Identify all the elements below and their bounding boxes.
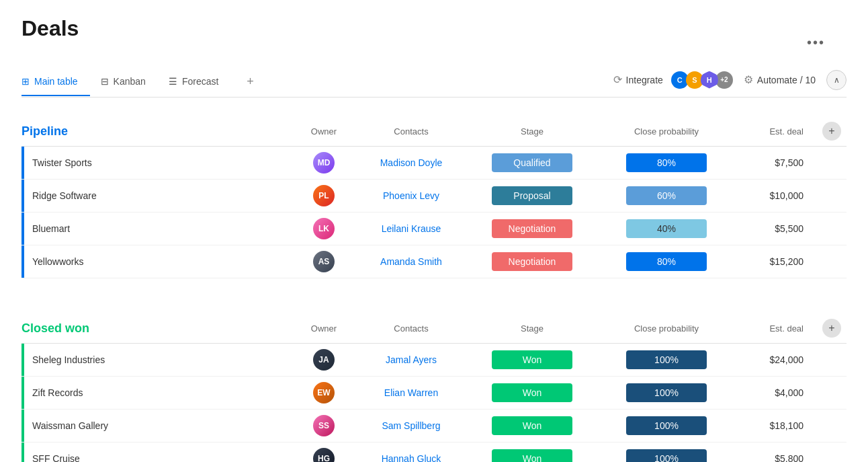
more-options-icon[interactable]: ••• bbox=[807, 35, 825, 50]
closed-won-col-contacts: Contacts bbox=[357, 323, 465, 334]
prob-badge-1: 80% bbox=[626, 153, 707, 172]
contact-3[interactable]: Leilani Krause bbox=[382, 223, 441, 234]
closed-won-row-3: Waissman Gallery SS Sam Spillberg Won 10… bbox=[21, 410, 847, 442]
cw-prob-badge-2: 100% bbox=[626, 383, 707, 402]
cw-avatar-1: JA bbox=[313, 349, 335, 371]
est-deal-4: $15,200 bbox=[734, 256, 814, 267]
cw-deal-name-1: Sheleg Industries bbox=[32, 354, 105, 365]
avatar-4: AS bbox=[313, 251, 335, 272]
integrate-label: Integrate bbox=[626, 75, 663, 85]
automate-label: Automate / 10 bbox=[757, 75, 816, 85]
cw-est-deal-4: $5,800 bbox=[734, 453, 814, 462]
est-deal-3: $5,500 bbox=[734, 223, 814, 234]
tab-kanban[interactable]: ⊟ Kanban bbox=[101, 69, 158, 96]
pipeline-row-2: Ridge Software PL Phoenix Levy Proposal … bbox=[21, 180, 847, 213]
cw-avatar-3: SS bbox=[313, 415, 335, 436]
cw-stage-badge-2: Won bbox=[492, 383, 572, 402]
pipeline-row-3: Bluemart LK Leilani Krause Negotiation 4… bbox=[21, 213, 847, 245]
kanban-icon: ⊟ bbox=[101, 76, 109, 87]
est-deal-1: $7,500 bbox=[734, 157, 814, 168]
pipeline-col-owner: Owner bbox=[290, 126, 357, 137]
tab-main-table[interactable]: ⊞ Main table bbox=[21, 69, 90, 96]
closed-won-row-4: SFF Cruise HG Hannah Gluck Won 100% $5,8… bbox=[21, 442, 847, 462]
closed-won-section: Closed won Owner Contacts Stage Close pr… bbox=[21, 313, 847, 462]
pipeline-col-stage: Stage bbox=[465, 126, 599, 137]
avatar-3: LK bbox=[313, 218, 335, 239]
cw-prob-badge-3: 100% bbox=[626, 416, 707, 435]
cw-prob-badge-4: 100% bbox=[626, 449, 707, 462]
contact-1[interactable]: Madison Doyle bbox=[380, 157, 443, 168]
cw-avatar-4: HG bbox=[313, 448, 335, 462]
cw-contact-3[interactable]: Sam Spillberg bbox=[382, 420, 440, 431]
page-title: Deals bbox=[21, 16, 79, 41]
closed-won-col-est: Est. deal bbox=[734, 323, 814, 334]
cw-stage-badge-4: Won bbox=[492, 449, 572, 462]
closed-won-row-2: Zift Records EW Elian Warren Won 100% $4… bbox=[21, 377, 847, 410]
pipeline-section: Pipeline Owner Contacts Stage Close prob… bbox=[21, 116, 847, 278]
integrate-button[interactable]: ⟳ Integrate C S H +2 bbox=[613, 71, 733, 89]
cw-row-indicator-1 bbox=[21, 344, 24, 376]
pipeline-header-row: Pipeline Owner Contacts Stage Close prob… bbox=[21, 116, 847, 147]
closed-won-col-prob: Close probability bbox=[599, 323, 734, 334]
add-tab-button[interactable]: + bbox=[241, 68, 259, 97]
cw-deal-name-3: Waissman Gallery bbox=[32, 420, 108, 431]
contact-4[interactable]: Amanda Smith bbox=[380, 256, 442, 267]
closed-won-row-1: Sheleg Industries JA Jamal Ayers Won 100… bbox=[21, 344, 847, 377]
integration-icon-hex: H bbox=[701, 71, 718, 89]
cw-avatar-2: EW bbox=[313, 382, 335, 403]
stage-badge-1: Qualified bbox=[492, 153, 572, 172]
stage-badge-4: Negotiation bbox=[492, 252, 572, 271]
deal-name-1: Twister Sports bbox=[32, 157, 92, 168]
cw-est-deal-2: $4,000 bbox=[734, 387, 814, 398]
cw-contact-4[interactable]: Hannah Gluck bbox=[382, 453, 441, 462]
deal-name-3: Bluemart bbox=[32, 223, 70, 234]
pipeline-title: Pipeline bbox=[21, 124, 290, 139]
cw-stage-badge-3: Won bbox=[492, 416, 572, 435]
stage-badge-3: Negotiation bbox=[492, 219, 572, 238]
pipeline-row-1: Twister Sports MD Madison Doyle Qualifie… bbox=[21, 147, 847, 180]
pipeline-col-est: Est. deal bbox=[734, 126, 814, 137]
pipeline-add-column-button[interactable]: + bbox=[822, 122, 841, 141]
stage-badge-2: Proposal bbox=[492, 186, 572, 205]
closed-won-col-stage: Stage bbox=[465, 323, 599, 334]
closed-won-header-row: Closed won Owner Contacts Stage Close pr… bbox=[21, 313, 847, 344]
collapse-button[interactable]: ∧ bbox=[826, 70, 847, 90]
tab-forecast-label: Forecast bbox=[182, 76, 218, 87]
row-indicator-1 bbox=[21, 147, 24, 179]
deal-name-4: Yellowworks bbox=[32, 256, 84, 267]
cw-stage-badge-1: Won bbox=[492, 350, 572, 369]
closed-won-title: Closed won bbox=[21, 321, 290, 336]
cw-prob-badge-1: 100% bbox=[626, 350, 707, 369]
row-indicator-3 bbox=[21, 213, 24, 245]
integrate-icon: ⟳ bbox=[613, 73, 622, 86]
main-table-icon: ⊞ bbox=[21, 76, 30, 87]
avatar-2: PL bbox=[313, 185, 335, 206]
cw-est-deal-1: $24,000 bbox=[734, 354, 814, 365]
section-spacer bbox=[21, 300, 847, 313]
tabs-bar: ⊞ Main table ⊟ Kanban ☰ Forecast + ⟳ Int… bbox=[21, 68, 847, 98]
toolbar-right: ⟳ Integrate C S H +2 ⚙ Automate / 10 ∧ bbox=[613, 70, 847, 95]
collapse-icon: ∧ bbox=[834, 75, 840, 85]
tab-forecast[interactable]: ☰ Forecast bbox=[169, 69, 230, 96]
row-indicator-4 bbox=[21, 245, 24, 278]
tab-main-table-label: Main table bbox=[34, 76, 78, 87]
cw-est-deal-3: $18,100 bbox=[734, 420, 814, 431]
cw-row-indicator-2 bbox=[21, 377, 24, 409]
row-indicator-2 bbox=[21, 180, 24, 212]
cw-row-indicator-3 bbox=[21, 410, 24, 442]
pipeline-col-contacts: Contacts bbox=[357, 126, 465, 137]
est-deal-2: $10,000 bbox=[734, 190, 814, 201]
cw-contact-2[interactable]: Elian Warren bbox=[384, 387, 438, 398]
automate-icon: ⚙ bbox=[744, 73, 753, 86]
closed-won-add-column-button[interactable]: + bbox=[822, 319, 841, 338]
pipeline-col-prob: Close probability bbox=[599, 126, 734, 137]
contact-2[interactable]: Phoenix Levy bbox=[383, 190, 439, 201]
automate-button[interactable]: ⚙ Automate / 10 bbox=[744, 73, 816, 86]
prob-badge-3: 40% bbox=[626, 219, 707, 238]
cw-deal-name-4: SFF Cruise bbox=[32, 453, 80, 462]
prob-badge-4: 80% bbox=[626, 252, 707, 271]
deal-name-2: Ridge Software bbox=[32, 190, 97, 201]
pipeline-row-4: Yellowworks AS Amanda Smith Negotiation … bbox=[21, 245, 847, 278]
cw-contact-1[interactable]: Jamal Ayers bbox=[386, 354, 437, 365]
closed-won-col-owner: Owner bbox=[290, 323, 357, 334]
